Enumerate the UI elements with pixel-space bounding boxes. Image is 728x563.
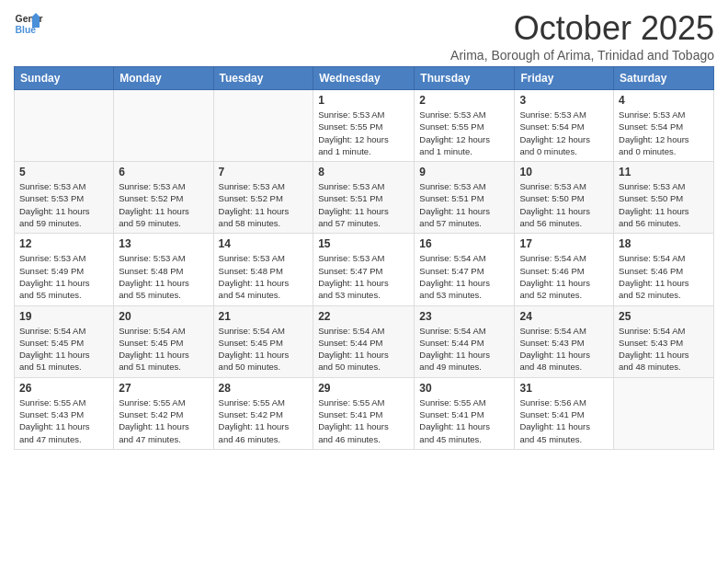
calendar-cell	[614, 377, 714, 449]
calendar-cell: 29Sunrise: 5:55 AMSunset: 5:41 PMDayligh…	[313, 377, 415, 449]
day-info: Sunrise: 5:54 AMSunset: 5:43 PMDaylight:…	[519, 325, 609, 373]
calendar-cell: 5Sunrise: 5:53 AMSunset: 5:53 PMDaylight…	[15, 162, 114, 234]
calendar-cell: 6Sunrise: 5:53 AMSunset: 5:52 PMDaylight…	[114, 162, 213, 234]
calendar-cell	[213, 90, 313, 162]
calendar-cell: 1Sunrise: 5:53 AMSunset: 5:55 PMDaylight…	[313, 90, 415, 162]
calendar-cell: 23Sunrise: 5:54 AMSunset: 5:44 PMDayligh…	[415, 305, 515, 377]
day-info: Sunrise: 5:54 AMSunset: 5:43 PMDaylight:…	[619, 325, 709, 373]
day-number: 3	[519, 94, 609, 107]
calendar-cell: 22Sunrise: 5:54 AMSunset: 5:44 PMDayligh…	[313, 305, 415, 377]
day-number: 15	[318, 237, 409, 250]
calendar-cell: 11Sunrise: 5:53 AMSunset: 5:50 PMDayligh…	[614, 162, 714, 234]
day-info: Sunrise: 5:53 AMSunset: 5:51 PMDaylight:…	[419, 180, 509, 229]
day-number: 14	[219, 237, 309, 250]
calendar-cell	[114, 90, 213, 162]
calendar-cell: 3Sunrise: 5:53 AMSunset: 5:54 PMDaylight…	[515, 90, 614, 162]
day-info: Sunrise: 5:54 AMSunset: 5:44 PMDaylight:…	[318, 325, 409, 373]
calendar-cell: 15Sunrise: 5:53 AMSunset: 5:47 PMDayligh…	[313, 234, 415, 305]
day-info: Sunrise: 5:55 AMSunset: 5:41 PMDaylight:…	[419, 396, 509, 445]
logo: General Blue	[14, 9, 43, 39]
day-number: 24	[519, 310, 609, 323]
weekday-header: Sunday	[15, 67, 114, 90]
day-number: 8	[318, 166, 409, 178]
month-title: October 2025	[450, 9, 714, 48]
day-number: 19	[19, 310, 108, 323]
calendar-cell: 27Sunrise: 5:55 AMSunset: 5:42 PMDayligh…	[114, 377, 213, 449]
day-info: Sunrise: 5:55 AMSunset: 5:42 PMDaylight:…	[219, 396, 309, 445]
day-info: Sunrise: 5:53 AMSunset: 5:55 PMDaylight:…	[318, 109, 409, 157]
day-number: 13	[119, 237, 208, 250]
title-section: October 2025 Arima, Borough of Arima, Tr…	[450, 9, 714, 63]
calendar-cell: 9Sunrise: 5:53 AMSunset: 5:51 PMDaylight…	[415, 162, 515, 234]
day-number: 25	[619, 310, 709, 323]
day-number: 9	[419, 166, 509, 178]
calendar-week-row: 1Sunrise: 5:53 AMSunset: 5:55 PMDaylight…	[15, 90, 714, 162]
calendar-cell: 21Sunrise: 5:54 AMSunset: 5:45 PMDayligh…	[213, 305, 313, 377]
day-info: Sunrise: 5:54 AMSunset: 5:45 PMDaylight:…	[219, 325, 309, 373]
calendar-cell: 14Sunrise: 5:53 AMSunset: 5:48 PMDayligh…	[213, 234, 313, 305]
calendar-cell: 10Sunrise: 5:53 AMSunset: 5:50 PMDayligh…	[515, 162, 614, 234]
calendar-cell: 19Sunrise: 5:54 AMSunset: 5:45 PMDayligh…	[15, 305, 114, 377]
day-number: 31	[519, 382, 609, 395]
day-info: Sunrise: 5:53 AMSunset: 5:54 PMDaylight:…	[519, 109, 609, 157]
day-number: 28	[219, 382, 309, 395]
day-info: Sunrise: 5:53 AMSunset: 5:49 PMDaylight:…	[19, 252, 108, 301]
calendar-cell: 2Sunrise: 5:53 AMSunset: 5:55 PMDaylight…	[415, 90, 515, 162]
day-number: 22	[318, 310, 409, 323]
day-info: Sunrise: 5:53 AMSunset: 5:48 PMDaylight:…	[119, 252, 208, 301]
day-info: Sunrise: 5:54 AMSunset: 5:45 PMDaylight:…	[119, 325, 208, 373]
header: General Blue October 2025 Arima, Borough…	[14, 9, 714, 63]
day-info: Sunrise: 5:53 AMSunset: 5:48 PMDaylight:…	[219, 252, 309, 301]
day-info: Sunrise: 5:55 AMSunset: 5:43 PMDaylight:…	[19, 396, 108, 445]
calendar-table: SundayMondayTuesdayWednesdayThursdayFrid…	[14, 66, 714, 450]
day-info: Sunrise: 5:54 AMSunset: 5:47 PMDaylight:…	[419, 252, 509, 301]
weekday-header: Saturday	[614, 67, 714, 90]
day-number: 30	[419, 382, 509, 395]
weekday-header: Monday	[114, 67, 213, 90]
day-number: 18	[619, 237, 709, 250]
calendar-week-row: 19Sunrise: 5:54 AMSunset: 5:45 PMDayligh…	[15, 305, 714, 377]
day-number: 26	[19, 382, 108, 395]
calendar-cell: 28Sunrise: 5:55 AMSunset: 5:42 PMDayligh…	[213, 377, 313, 449]
day-number: 11	[619, 166, 709, 178]
weekday-header: Wednesday	[313, 67, 415, 90]
calendar-week-row: 26Sunrise: 5:55 AMSunset: 5:43 PMDayligh…	[15, 377, 714, 449]
calendar-cell: 18Sunrise: 5:54 AMSunset: 5:46 PMDayligh…	[614, 234, 714, 305]
weekday-header: Tuesday	[213, 67, 313, 90]
calendar-cell: 26Sunrise: 5:55 AMSunset: 5:43 PMDayligh…	[15, 377, 114, 449]
day-info: Sunrise: 5:53 AMSunset: 5:47 PMDaylight:…	[318, 252, 409, 301]
calendar-week-row: 12Sunrise: 5:53 AMSunset: 5:49 PMDayligh…	[15, 234, 714, 305]
day-info: Sunrise: 5:54 AMSunset: 5:44 PMDaylight:…	[419, 325, 509, 373]
logo-icon: General Blue	[14, 9, 43, 39]
subtitle: Arima, Borough of Arima, Trinidad and To…	[450, 48, 714, 63]
day-info: Sunrise: 5:54 AMSunset: 5:45 PMDaylight:…	[19, 325, 108, 373]
day-info: Sunrise: 5:55 AMSunset: 5:41 PMDaylight:…	[318, 396, 409, 445]
day-number: 6	[119, 166, 208, 178]
weekday-header-row: SundayMondayTuesdayWednesdayThursdayFrid…	[15, 67, 714, 90]
day-number: 4	[619, 94, 709, 107]
weekday-header: Friday	[515, 67, 614, 90]
day-number: 5	[19, 166, 108, 178]
weekday-header: Thursday	[415, 67, 515, 90]
day-number: 1	[318, 94, 409, 107]
calendar-cell: 7Sunrise: 5:53 AMSunset: 5:52 PMDaylight…	[213, 162, 313, 234]
day-info: Sunrise: 5:54 AMSunset: 5:46 PMDaylight:…	[519, 252, 609, 301]
day-number: 2	[419, 94, 509, 107]
calendar-cell: 25Sunrise: 5:54 AMSunset: 5:43 PMDayligh…	[614, 305, 714, 377]
day-info: Sunrise: 5:53 AMSunset: 5:53 PMDaylight:…	[19, 180, 108, 229]
calendar-cell: 8Sunrise: 5:53 AMSunset: 5:51 PMDaylight…	[313, 162, 415, 234]
day-info: Sunrise: 5:55 AMSunset: 5:42 PMDaylight:…	[119, 396, 208, 445]
calendar-cell: 4Sunrise: 5:53 AMSunset: 5:54 PMDaylight…	[614, 90, 714, 162]
day-number: 16	[419, 237, 509, 250]
day-info: Sunrise: 5:53 AMSunset: 5:50 PMDaylight:…	[619, 180, 709, 229]
calendar-cell: 16Sunrise: 5:54 AMSunset: 5:47 PMDayligh…	[415, 234, 515, 305]
calendar-cell: 30Sunrise: 5:55 AMSunset: 5:41 PMDayligh…	[415, 377, 515, 449]
day-info: Sunrise: 5:56 AMSunset: 5:41 PMDaylight:…	[519, 396, 609, 445]
day-info: Sunrise: 5:53 AMSunset: 5:51 PMDaylight:…	[318, 180, 409, 229]
day-info: Sunrise: 5:53 AMSunset: 5:52 PMDaylight:…	[119, 180, 208, 229]
day-info: Sunrise: 5:53 AMSunset: 5:54 PMDaylight:…	[619, 109, 709, 157]
day-info: Sunrise: 5:53 AMSunset: 5:52 PMDaylight:…	[219, 180, 309, 229]
calendar-cell: 13Sunrise: 5:53 AMSunset: 5:48 PMDayligh…	[114, 234, 213, 305]
calendar-week-row: 5Sunrise: 5:53 AMSunset: 5:53 PMDaylight…	[15, 162, 714, 234]
day-info: Sunrise: 5:53 AMSunset: 5:50 PMDaylight:…	[519, 180, 609, 229]
